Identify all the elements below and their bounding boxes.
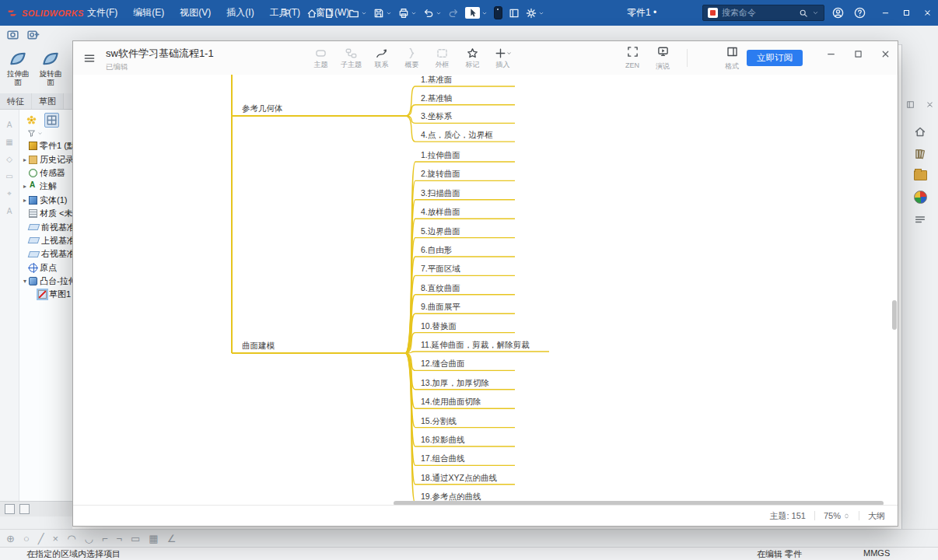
tool-summary[interactable]: 概要 [397, 45, 427, 70]
file-explorer-icon[interactable] [914, 170, 927, 180]
sketch-tool-icon[interactable]: ⌐ [102, 530, 108, 548]
tool-relation[interactable]: 联系 [366, 45, 397, 70]
selection-filter-icon[interactable]: ▭ [5, 172, 12, 180]
solidworks-logo-icon [6, 8, 19, 19]
record-video-icon[interactable] [26, 28, 40, 41]
menu-item[interactable]: 编辑(E) [125, 0, 172, 26]
pin-menubar-icon[interactable] [282, 8, 292, 18]
tree-item[interactable]: 右视基准面 [19, 247, 72, 261]
tool-frame[interactable]: 外框 [427, 45, 457, 70]
sketch-tool-icon[interactable]: ▦ [149, 530, 158, 548]
tool-topic[interactable]: 主题 [306, 45, 336, 70]
home-button[interactable] [305, 8, 319, 19]
close-pane-icon[interactable] [926, 100, 934, 109]
tree-item[interactable]: ▾凸台-拉伸1 [19, 275, 72, 288]
design-tree-icon[interactable] [26, 114, 37, 126]
tool-presentation[interactable]: 演说 [648, 45, 677, 72]
zoom-stepper-icon[interactable] [843, 512, 850, 520]
display-pane-icon[interactable] [44, 113, 59, 128]
mindmap-canvas[interactable]: 参考几何体1.基准面2.基准轴3.坐标系4.点，质心，边界框曲面建模1.拉伸曲面… [73, 75, 898, 506]
sketch-tool-icon[interactable]: ╱ [38, 530, 44, 548]
doc-button[interactable] [322, 8, 344, 19]
maximize-button[interactable] [896, 0, 917, 26]
selection-filter-icon[interactable]: ▦ [5, 138, 12, 146]
zoom-control[interactable]: 75% [824, 511, 850, 520]
outline-button[interactable]: 大纲 [868, 510, 885, 522]
xmind-minimize-icon[interactable] [826, 49, 836, 59]
selection-filter-icon[interactable]: A [7, 121, 12, 129]
model-tab-icon[interactable] [5, 504, 15, 514]
tree-item[interactable]: ▸历史记录 [19, 152, 72, 166]
map-edit-status: 已编辑 [106, 62, 214, 72]
command-extruded-surface[interactable]: 拉伸曲面 [2, 47, 34, 92]
user-account-icon[interactable] [832, 7, 844, 19]
command-clipped-surface[interactable]: 拉 [67, 47, 72, 92]
minimize-button[interactable] [875, 0, 896, 26]
hamburger-menu-icon[interactable] [83, 52, 96, 65]
selection-filter-icon[interactable]: ◇ [6, 155, 12, 163]
menu-item[interactable]: 插入(I) [219, 0, 261, 26]
tree-filter[interactable] [19, 128, 72, 139]
panel-button[interactable] [507, 8, 521, 19]
screen-capture-icon[interactable] [6, 28, 19, 41]
command-revolved-surface[interactable]: 旋转曲面 [34, 47, 67, 92]
tree-expand-icon[interactable]: ▾ [21, 278, 29, 285]
sketch-tool-icon[interactable]: ⊕ [6, 530, 15, 548]
tool-plus[interactable]: 插入 [488, 45, 518, 70]
sketch-tool-icon[interactable]: ▭ [131, 530, 140, 548]
commandmanager-tab[interactable]: 草图 [32, 93, 64, 109]
selection-filter-icon[interactable]: A [7, 207, 12, 215]
help-icon[interactable] [854, 7, 866, 19]
tree-item[interactable]: 上视基准面 [19, 234, 72, 247]
tree-item[interactable]: 前视基准面 [19, 220, 72, 233]
print-button[interactable] [397, 8, 418, 19]
status-units[interactable]: MMGS [863, 548, 890, 558]
tool-subtopic[interactable]: 子主题 [336, 45, 366, 70]
tree-item[interactable]: 原点 [19, 261, 72, 275]
commandmanager-tab[interactable]: 特征 [0, 93, 32, 109]
sketch-tool-icon[interactable]: ◡ [85, 530, 93, 548]
appearances-icon[interactable] [914, 191, 927, 204]
sketch-tool-icon[interactable]: ∠ [167, 530, 177, 548]
tree-item[interactable]: 传感器 [19, 166, 72, 180]
cursor-button[interactable] [464, 7, 489, 19]
sketch-tool-icon[interactable]: ◠ [67, 530, 75, 548]
menu-item[interactable]: 文件(F) [79, 0, 125, 26]
search-chevron-icon[interactable] [812, 9, 819, 16]
command-search[interactable]: 搜索命令 [702, 5, 824, 21]
tool-format-panel[interactable]: 格式 [717, 45, 747, 72]
xmind-close-icon[interactable] [880, 49, 891, 59]
sketch-tool-icon[interactable]: × [53, 530, 59, 548]
tool-zen-mode[interactable]: ZEN [618, 45, 647, 69]
menu-item[interactable]: 视图(V) [172, 0, 219, 26]
design-library-icon[interactable] [914, 148, 926, 160]
tree-expand-icon[interactable]: ▸ [21, 183, 29, 190]
tree-item[interactable]: ▸实体(1) [19, 194, 72, 207]
folder-button[interactable] [347, 8, 369, 19]
pin-pane-icon[interactable] [906, 100, 915, 109]
tree-expand-icon[interactable]: ▸ [21, 156, 29, 163]
xmind-maximize-icon[interactable] [853, 49, 863, 59]
tree-item-label: 零件1 (默认<<默 [40, 140, 72, 152]
save-button[interactable] [372, 8, 394, 19]
subscribe-button[interactable]: 立即订阅 [747, 50, 803, 66]
tool-star[interactable]: 标记 [457, 45, 488, 70]
sketch-tool-icon[interactable]: ¬ [116, 530, 122, 548]
undo-button[interactable] [422, 8, 443, 19]
selection-filter-icon[interactable]: ⌖ [7, 189, 12, 198]
tree-item[interactable]: 零件1 (默认<<默 [19, 139, 72, 152]
sketch-tool-icon[interactable]: ○ [23, 530, 30, 548]
tree-item[interactable]: 材质 <未指定> [19, 207, 72, 220]
custom-properties-icon[interactable] [914, 214, 926, 226]
resources-icon[interactable] [914, 125, 926, 138]
close-button[interactable] [917, 0, 938, 26]
phone-button[interactable] [492, 6, 504, 19]
views-tab-icon[interactable] [19, 504, 30, 514]
tree-item[interactable]: 草图1 [19, 288, 72, 301]
tree-item[interactable]: ▸注解 [19, 180, 72, 193]
vertical-scrollbar[interactable] [892, 300, 897, 330]
redo-button[interactable] [446, 8, 460, 19]
search-icon[interactable] [799, 9, 808, 18]
tree-expand-icon[interactable]: ▸ [21, 197, 29, 204]
gear-button[interactable] [524, 8, 546, 19]
